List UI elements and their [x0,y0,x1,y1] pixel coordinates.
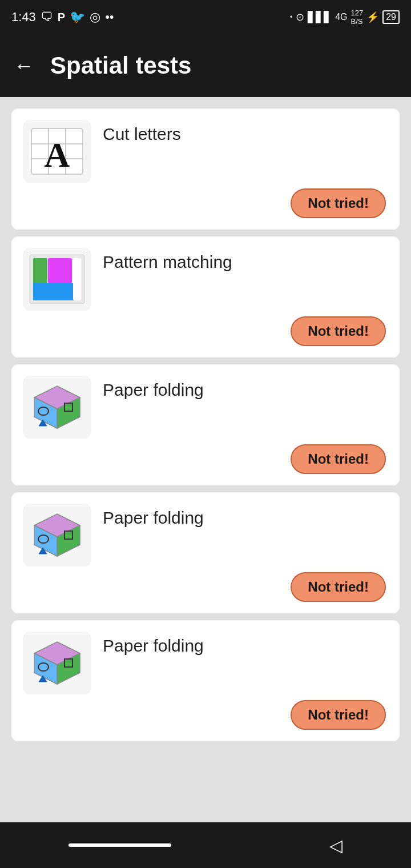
system-back-button[interactable]: ◁ [329,835,342,855]
bottom-nav: ◁ [0,822,411,868]
not-tried-badge-pattern-matching[interactable]: Not tried! [291,316,386,346]
battery-icon: 29 [382,10,400,24]
card-title-paper-folding-3: Paper folding [103,632,386,656]
signal-icon: ▋▋▋ [308,11,332,23]
card-cut-letters[interactable]: A Cut letters Not tried! [11,108,400,230]
charging-icon: ⚡ [366,11,379,23]
card-pattern-matching[interactable]: Pattern matching Not tried! [11,236,400,357]
card-paper-folding-3[interactable]: Paper folding Not tried! [11,620,400,741]
not-tried-badge-paper-folding-2[interactable]: Not tried! [291,572,386,602]
status-left: 1:43 🗨 P 🐦 ◎ •• [11,10,114,25]
wifi-icon: ⊙ [296,11,304,23]
card-icon-paper-folding-3 [23,632,91,694]
page-title: Spatial tests [50,52,191,79]
card-paper-folding-1[interactable]: Paper folding Not tried! [11,364,400,485]
back-button[interactable]: ← [14,55,34,76]
card-icon-cut-letters: A [23,120,91,183]
not-tried-badge-paper-folding-3[interactable]: Not tried! [291,700,386,730]
parking-icon: P [58,11,65,24]
radio-icon: ◎ [90,10,100,25]
dot-icon: • [290,13,292,21]
card-icon-paper-folding-2 [23,504,91,566]
svg-rect-9 [48,258,72,283]
card-icon-paper-folding-1 [23,376,91,439]
4g-label: 4G [335,12,347,22]
status-bar: 1:43 🗨 P 🐦 ◎ •• • ⊙ ▋▋▋ 4G 127B/S ⚡ 29 [0,0,411,34]
card-title-cut-letters: Cut letters [103,120,386,144]
speed-label: 127B/S [351,9,364,26]
svg-rect-10 [73,258,81,300]
not-tried-badge-paper-folding-1[interactable]: Not tried! [291,444,386,474]
top-bar: ← Spatial tests [0,34,411,97]
message-icon: 🗨 [41,10,53,25]
time-display: 1:43 [11,10,36,25]
card-icon-pattern-matching [23,248,91,311]
more-icon: •• [105,10,114,25]
card-title-paper-folding-1: Paper folding [103,376,386,400]
card-title-paper-folding-2: Paper folding [103,504,386,528]
home-indicator[interactable] [68,843,171,847]
content-area: A Cut letters Not tried! Pattern matchin… [0,97,411,760]
card-paper-folding-2[interactable]: Paper folding Not tried! [11,492,400,613]
twitter-icon: 🐦 [70,10,85,25]
not-tried-badge-cut-letters[interactable]: Not tried! [291,188,386,218]
card-title-pattern-matching: Pattern matching [103,248,386,272]
status-right: • ⊙ ▋▋▋ 4G 127B/S ⚡ 29 [290,9,400,26]
svg-text:A: A [45,135,70,174]
